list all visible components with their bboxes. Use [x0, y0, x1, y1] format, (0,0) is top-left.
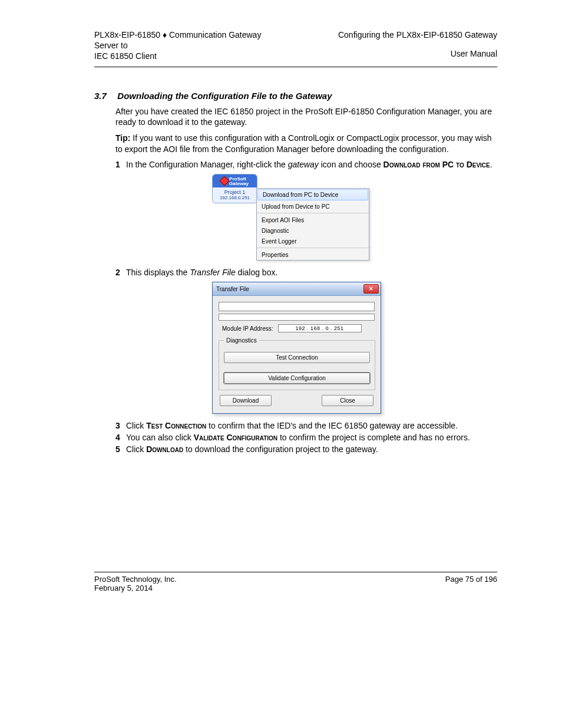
section-number: 3.7: [94, 91, 107, 101]
gateway-node[interactable]: ProSoft Gateway Project 1 192.168.0.251: [212, 174, 257, 203]
dialog-titlebar[interactable]: Transfer File ✕: [213, 282, 381, 296]
step-4: 4 You can also click Validate Configurat…: [115, 433, 497, 442]
dialog-title: Transfer File: [216, 286, 249, 292]
menu-item-diagnostic[interactable]: Diagnostic: [257, 225, 369, 236]
download-text: Download: [146, 444, 183, 454]
header-right-line2: User Manual: [338, 48, 497, 59]
step-3: 3 Click Test Connection to confirm that …: [115, 421, 497, 430]
validate-configuration-button[interactable]: Validate Configuration: [224, 373, 370, 384]
status-textbox-2: [219, 314, 375, 321]
test-connection-button[interactable]: Test Connection: [224, 352, 370, 363]
close-button[interactable]: ✕: [363, 284, 379, 294]
ip-address-input[interactable]: 192 . 168 . 0 . 251: [278, 324, 362, 332]
header-left-line2: Server to: [94, 40, 261, 51]
diagnostics-legend: Diagnostics: [224, 337, 259, 344]
page-footer: ProSoft Technology, Inc. February 5, 201…: [94, 572, 497, 592]
footer-page: Page 75 of 196: [445, 575, 497, 592]
diamond-icon: [220, 176, 230, 186]
section-heading: 3.7 Downloading the Configuration File t…: [94, 91, 497, 101]
step-5: 5 Click Download to download the configu…: [115, 444, 497, 454]
step-2: 2 This displays the Transfer File dialog…: [115, 268, 497, 277]
close-icon: ✕: [369, 286, 373, 292]
context-menu: Download from PC to Device Upload from D…: [256, 188, 369, 261]
menu-item-upload[interactable]: Upload from Device to PC: [257, 201, 369, 212]
page-header: PLX8x-EIP-61850 ♦ Communication Gateway …: [94, 29, 497, 67]
validate-configuration-text: Validate Configuration: [194, 433, 277, 442]
header-left-line3: IEC 61850 Client: [94, 51, 261, 61]
status-textbox-1: [219, 302, 375, 311]
menu-item-download[interactable]: Download from PC to Device: [257, 189, 368, 200]
transfer-file-dialog-screenshot: Transfer File ✕ Module IP Address: 192 .…: [212, 282, 497, 414]
tip-label: Tip:: [115, 133, 130, 143]
diagnostics-group: Diagnostics Test Connection Validate Con…: [219, 337, 375, 390]
prosoft-logo: ProSoft Gateway: [213, 174, 257, 187]
intro-paragraph: After you have created the IEC 61850 pro…: [115, 106, 497, 129]
menu-item-export-aoi[interactable]: Export AOI Files: [257, 215, 369, 225]
node-project-name: Project 1: [213, 189, 257, 195]
close-dialog-button[interactable]: Close: [322, 395, 373, 406]
footer-date: February 5, 2014: [94, 584, 177, 592]
footer-company: ProSoft Technology, Inc.: [94, 575, 177, 584]
tip-body: If you want to use this configuration wi…: [115, 133, 492, 154]
menu-item-event-logger[interactable]: Event Logger: [257, 236, 369, 246]
step-1: 1 In the Configuration Manager, right-cl…: [115, 160, 497, 169]
tip-paragraph: Tip: If you want to use this configurati…: [115, 133, 497, 155]
menu-item-properties[interactable]: Properties: [257, 249, 369, 260]
context-menu-screenshot: ProSoft Gateway Project 1 192.168.0.251 …: [212, 174, 497, 261]
header-right-line1: Configuring the PLX8x-EIP-61850 Gateway: [338, 29, 497, 40]
download-button[interactable]: Download: [220, 395, 272, 406]
node-ip: 192.168.0.251: [213, 195, 257, 200]
header-left-line1: PLX8x-EIP-61850 ♦ Communication Gateway: [94, 29, 261, 40]
section-title: Downloading the Configuration File to th…: [117, 91, 332, 101]
menu-command-text: Download from PC to Device: [384, 160, 490, 169]
ip-address-label: Module IP Address:: [222, 325, 273, 332]
test-connection-text: Test Connection: [146, 421, 206, 430]
transfer-file-dialog: Transfer File ✕ Module IP Address: 192 .…: [212, 282, 381, 414]
